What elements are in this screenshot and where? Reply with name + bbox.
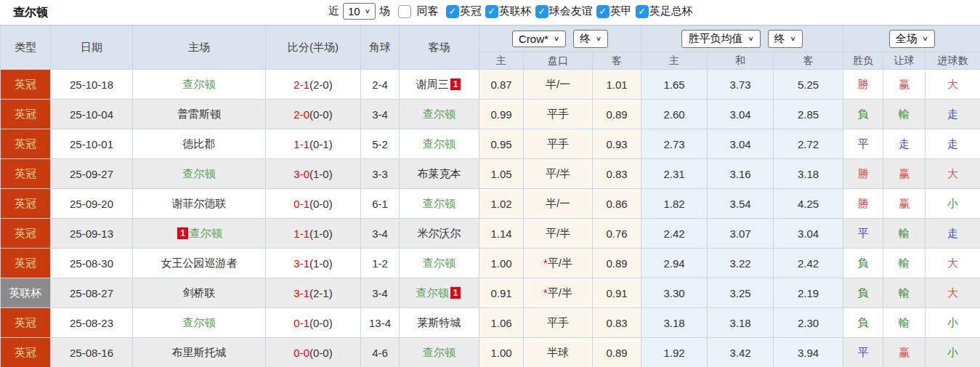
team-name[interactable]: 米尔沃尔 bbox=[418, 227, 461, 239]
team-name[interactable]: 查尔顿 bbox=[423, 108, 455, 120]
team-name[interactable]: 查尔顿 bbox=[183, 78, 216, 90]
league-checkbox[interactable]: ✓ bbox=[636, 5, 649, 18]
home-team-cell: 查尔顿 bbox=[133, 159, 266, 189]
matches-label: 场 bbox=[379, 4, 390, 18]
recent-count-select[interactable]: 10 ∨ bbox=[343, 3, 376, 20]
league-checkbox[interactable]: ✓ bbox=[596, 5, 610, 18]
odds-home-cell: 0.91 bbox=[479, 278, 524, 308]
outcome-cell: 平 bbox=[843, 129, 883, 159]
recent-label: 近 bbox=[328, 4, 339, 18]
chevron-down-icon: ∨ bbox=[923, 35, 928, 42]
team-name[interactable]: 查尔顿 bbox=[423, 346, 455, 358]
table-row: 英冠25-09-20谢菲尔德联0-1(0-0)6-1查尔顿1.02半/一0.86… bbox=[1, 189, 980, 219]
odds-home-cell: 0.95 bbox=[479, 129, 524, 159]
avg-home-cell: 2.73 bbox=[641, 129, 708, 159]
corners-cell: 3-4 bbox=[361, 100, 400, 129]
sub-header-avg-draw: 和 bbox=[708, 52, 774, 70]
avg-draw-cell: 3.04 bbox=[708, 100, 774, 129]
league-type-cell: 英冠 bbox=[1, 219, 51, 249]
team-name[interactable]: 1查尔顿 bbox=[176, 227, 222, 239]
avg-final-value: 终 bbox=[774, 32, 785, 46]
handicap-result-cell: 輸 bbox=[883, 308, 926, 338]
team-name[interactable]: 布莱克本 bbox=[418, 167, 461, 180]
goals-result-cell: 大 bbox=[926, 278, 980, 308]
league-checkbox[interactable]: ✓ bbox=[446, 5, 459, 18]
avg-home-cell: 2.60 bbox=[641, 100, 708, 129]
odds-final-select[interactable]: 终 ∨ bbox=[573, 30, 608, 48]
league-checkbox[interactable]: ✓ bbox=[535, 5, 548, 18]
home-team-cell: 布里斯托城 bbox=[133, 338, 266, 367]
handicap-cell: *平/半 bbox=[524, 249, 593, 278]
col-header-corners: 角球 bbox=[361, 26, 400, 70]
team-name[interactable]: 查尔顿 bbox=[423, 197, 455, 209]
match-history-table: 类型 日期 主场 比分(半场) 角球 客场 Crow* ∨ 终 ∨ bbox=[0, 25, 980, 367]
team-name[interactable]: 查尔顿 bbox=[183, 167, 216, 180]
odds-home-cell: 0.87 bbox=[479, 70, 524, 100]
avg-home-cell: 1.65 bbox=[641, 70, 708, 100]
halftime-score: (0-1) bbox=[309, 138, 333, 150]
league-checkbox[interactable]: ✓ bbox=[485, 5, 498, 18]
avg-home-cell: 2.31 bbox=[641, 159, 708, 189]
home-team-cell: 查尔顿 bbox=[133, 308, 266, 338]
handicap-cell: 半/一 bbox=[524, 70, 593, 100]
odds-home-cell: 1.05 bbox=[479, 159, 524, 189]
away-team-cell: 米尔沃尔 bbox=[400, 219, 479, 249]
team-name[interactable]: 女王公园巡游者 bbox=[161, 257, 238, 269]
corners-cell: 13-4 bbox=[361, 308, 400, 338]
odds-home-cell: 1.00 bbox=[479, 249, 524, 278]
avg-draw-cell: 3.42 bbox=[708, 338, 774, 367]
league-label: 英联杯 bbox=[499, 4, 532, 18]
away-team-cell: 布莱克本 bbox=[400, 159, 479, 189]
avg-header-cell: 胜平负均值 ∨ 终 ∨ bbox=[641, 26, 843, 52]
team-name[interactable]: 布里斯托城 bbox=[172, 346, 227, 358]
avg-type-select[interactable]: 胜平负均值 ∨ bbox=[681, 30, 760, 48]
table-row: 英冠25-10-04普雷斯顿2-0(0-0)3-4查尔顿0.99平手0.892.… bbox=[1, 100, 980, 129]
league-filter: ✓英冠 bbox=[442, 4, 482, 18]
avg-final-select[interactable]: 终 ∨ bbox=[768, 30, 803, 48]
away-team-cell: 莱斯特城 bbox=[400, 308, 479, 338]
goals-result-cell: 大 bbox=[926, 159, 980, 189]
away-team-cell: 谢周三1 bbox=[400, 70, 479, 100]
score-cell: 0-0(0-0) bbox=[266, 338, 361, 367]
handicap-cell: 平/半 bbox=[524, 219, 593, 249]
away-team-cell: 查尔顿 bbox=[400, 189, 479, 219]
home-team-cell: 查尔顿 bbox=[133, 70, 266, 100]
goals-result-cell: 大 bbox=[926, 70, 980, 100]
outcome-cell: 負 bbox=[843, 249, 883, 278]
col-header-date: 日期 bbox=[51, 26, 133, 70]
table-row: 英冠25-09-27查尔顿3-0(1-0)3-3布莱克本1.05平/半0.832… bbox=[1, 159, 980, 189]
team-name[interactable]: 德比郡 bbox=[183, 137, 216, 150]
team-name[interactable]: 剑桥联 bbox=[183, 286, 216, 299]
col-header-type: 类型 bbox=[1, 26, 51, 70]
avg-away-cell: 5.25 bbox=[774, 70, 843, 100]
team-name[interactable]: 查尔顿 bbox=[423, 257, 455, 269]
team-name[interactable]: 普雷斯顿 bbox=[177, 108, 221, 120]
same-opponent-checkbox[interactable]: ✓ bbox=[398, 5, 411, 18]
score-cell: 0-1(0-0) bbox=[266, 308, 361, 338]
handicap-cell: 平/半 bbox=[524, 159, 593, 189]
fullmatch-select[interactable]: 全场 ∨ bbox=[889, 30, 935, 48]
sub-header-handicap-res: 让球 bbox=[883, 52, 926, 70]
odds-away-cell: 0.89 bbox=[593, 249, 641, 278]
top-bar: 查尔顿 近 10 ∨ 场 ✓ 同客 ✓英冠✓英联杯✓球会友谊✓英甲✓英足总杯 bbox=[0, 0, 980, 25]
team-name[interactable]: 谢周三1 bbox=[416, 78, 463, 90]
date-cell: 25-10-18 bbox=[51, 70, 133, 100]
avg-home-cell: 2.42 bbox=[641, 219, 708, 249]
team-name[interactable]: 谢菲尔德联 bbox=[172, 197, 227, 209]
odds-company-value: Crow* bbox=[519, 33, 548, 45]
team-name[interactable]: 莱斯特城 bbox=[418, 316, 461, 328]
halftime-score: (1-0) bbox=[309, 168, 333, 180]
odds-home-cell: 1.14 bbox=[479, 219, 524, 249]
team-name[interactable]: 查尔顿 bbox=[183, 316, 216, 328]
avg-away-cell: 3.94 bbox=[774, 338, 843, 367]
avg-away-cell: 4.25 bbox=[774, 189, 843, 219]
table-row: 英联杯25-08-27剑桥联3-1(2-1)3-4查尔顿10.91*平/半0.9… bbox=[1, 278, 980, 308]
fulltime-score: 2-1 bbox=[293, 78, 309, 91]
fulltime-score: 3-1 bbox=[293, 257, 309, 270]
team-name[interactable]: 查尔顿1 bbox=[416, 286, 463, 299]
halftime-score: (1-0) bbox=[309, 227, 333, 240]
odds-company-select[interactable]: Crow* ∨ bbox=[512, 31, 566, 47]
outcome-cell: 負 bbox=[843, 308, 883, 338]
halftime-score: (1-0) bbox=[309, 257, 333, 270]
team-name[interactable]: 查尔顿 bbox=[423, 137, 455, 150]
